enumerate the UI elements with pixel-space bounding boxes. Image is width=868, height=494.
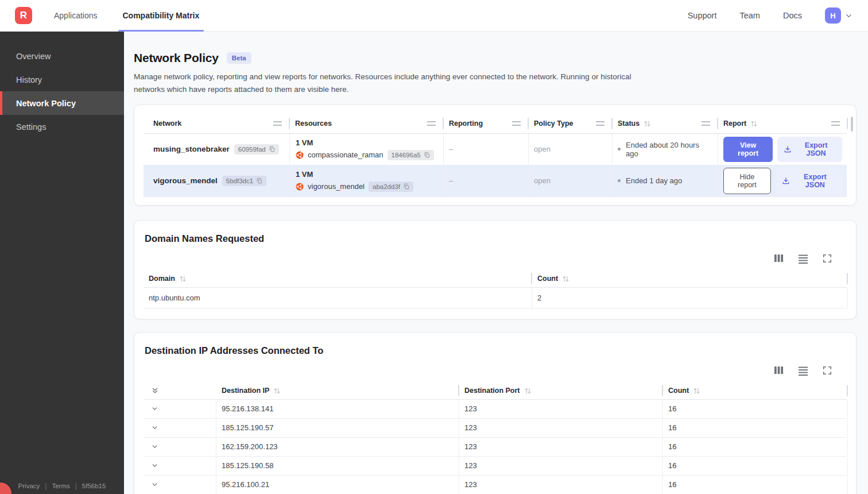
columns-icon[interactable] xyxy=(774,365,784,375)
chevron-down-icon[interactable] xyxy=(151,462,158,469)
table-toolbar xyxy=(144,365,832,376)
network-row[interactable]: musing_stonebraker 60959fad 1 VM compass… xyxy=(144,134,847,165)
column-label: Count xyxy=(668,387,689,395)
status-dot xyxy=(618,148,621,150)
column-header-network: Network xyxy=(144,119,290,128)
double-chevron-down-icon[interactable] xyxy=(151,387,159,395)
column-divider xyxy=(847,273,848,284)
drag-handle-icon[interactable] xyxy=(831,121,840,126)
sidebar-item-history[interactable]: History xyxy=(0,68,124,91)
link-docs[interactable]: Docs xyxy=(783,11,802,20)
export-json-button[interactable]: Export JSON xyxy=(777,137,842,162)
network-name: vigorous_mendel xyxy=(153,176,218,185)
rows-icon[interactable] xyxy=(798,253,808,264)
footer-divider: | xyxy=(75,482,77,490)
link-support[interactable]: Support xyxy=(688,11,717,20)
sort-icon[interactable] xyxy=(562,275,569,283)
sort-icon[interactable] xyxy=(693,387,700,395)
status-text: Ended about 20 hours ago xyxy=(626,141,712,158)
status-text: Ended 1 day ago xyxy=(626,176,682,185)
sort-icon[interactable] xyxy=(524,387,532,395)
drag-handle-icon[interactable] xyxy=(273,121,282,126)
sidebar-item-network-policy[interactable]: Network Policy xyxy=(0,91,124,115)
destination-port-value: 123 xyxy=(459,457,663,475)
column-header-reporting: Reporting xyxy=(444,119,529,128)
chevron-down-icon[interactable] xyxy=(151,405,158,412)
sort-icon[interactable] xyxy=(750,120,758,128)
main-content: Network Policy Beta Manage network polic… xyxy=(124,32,868,494)
chevron-down-icon[interactable] xyxy=(151,481,158,488)
columns-icon[interactable] xyxy=(774,253,784,263)
column-header-count: Count xyxy=(532,275,848,283)
link-team[interactable]: Team xyxy=(739,11,760,20)
column-label: Report xyxy=(723,119,746,128)
column-label: Network xyxy=(153,119,181,128)
sidebar-footer: Privacy | Terms | 5f56b15 xyxy=(0,482,124,490)
tab-applications[interactable]: Applications xyxy=(54,0,98,32)
scrollbar-thumb[interactable] xyxy=(851,117,853,132)
drag-handle-icon[interactable] xyxy=(427,121,436,126)
network-id-badge: 5bdf3dc1 xyxy=(222,176,266,186)
copy-icon[interactable] xyxy=(424,152,430,158)
drag-handle-icon[interactable] xyxy=(702,121,710,126)
column-label: Resources xyxy=(295,119,332,128)
rows-icon[interactable] xyxy=(798,365,808,376)
network-id: 5bdf3dc1 xyxy=(226,177,253,184)
destination-ips-card: Destination IP Addresses Connected To De… xyxy=(134,332,857,494)
card-title: Domain Names Requested xyxy=(145,233,847,244)
ubuntu-icon xyxy=(296,151,304,159)
privacy-link[interactable]: Privacy xyxy=(18,483,40,489)
column-header-report: Report xyxy=(718,119,848,128)
card-title: Destination IP Addresses Connected To xyxy=(145,345,847,356)
app-logo[interactable]: R xyxy=(15,7,32,24)
beta-badge: Beta xyxy=(227,52,251,64)
network-row[interactable]: vigorous_mendel 5bdf3dc1 1 VM vigorous_m… xyxy=(144,165,847,197)
reporting-value: – xyxy=(444,134,529,165)
table-toolbar xyxy=(144,253,832,264)
user-menu[interactable]: H xyxy=(825,7,853,24)
tab-compatibility-matrix[interactable]: Compatibility Matrix xyxy=(123,0,200,32)
chevron-down-icon[interactable] xyxy=(151,443,158,450)
destination-row: 95.216.100.21 123 16 xyxy=(144,476,847,494)
destination-table-header: Destination IP Destination Port Count xyxy=(144,383,847,400)
avatar[interactable]: H xyxy=(825,7,841,24)
sidebar: Overview History Network Policy Settings… xyxy=(0,32,124,494)
column-header-destination-ip: Destination IP xyxy=(216,387,459,395)
copy-icon[interactable] xyxy=(269,146,275,152)
column-label: Status xyxy=(618,119,640,128)
build-hash: 5f56b15 xyxy=(82,483,106,489)
top-bar-right: Support Team Docs H xyxy=(688,7,853,24)
sidebar-item-overview[interactable]: Overview xyxy=(0,44,124,68)
network-name: musing_stonebraker xyxy=(153,145,230,153)
column-label: Destination Port xyxy=(464,387,520,395)
column-header-status: Status xyxy=(613,119,718,128)
chevron-down-icon[interactable] xyxy=(151,424,158,431)
copy-icon[interactable] xyxy=(403,183,409,190)
column-label: Domain xyxy=(149,275,175,283)
fullscreen-icon[interactable] xyxy=(823,366,832,375)
drag-handle-icon[interactable] xyxy=(512,121,521,126)
networks-card: Network Resources Reporting Policy Type … xyxy=(134,105,857,206)
count-value: 16 xyxy=(663,400,848,418)
column-label: Destination IP xyxy=(222,387,269,395)
export-json-button[interactable]: Export JSON xyxy=(776,168,842,194)
hide-report-button[interactable]: Hide report xyxy=(723,168,771,194)
drag-handle-icon[interactable] xyxy=(596,121,604,126)
domain-value: ntp.ubuntu.com xyxy=(144,288,532,308)
column-divider xyxy=(847,118,848,129)
sort-icon[interactable] xyxy=(179,275,187,283)
status-dot xyxy=(618,179,621,182)
export-json-label: Export JSON xyxy=(796,141,836,157)
sidebar-item-settings[interactable]: Settings xyxy=(0,115,124,138)
networks-table-header: Network Resources Reporting Policy Type … xyxy=(144,114,847,134)
destination-port-value: 123 xyxy=(459,438,663,456)
fullscreen-icon[interactable] xyxy=(823,254,832,263)
copy-icon[interactable] xyxy=(256,177,262,184)
view-report-button[interactable]: View report xyxy=(723,137,773,162)
caret-down-icon[interactable] xyxy=(844,11,853,20)
column-header-resources: Resources xyxy=(290,119,444,128)
ubuntu-icon xyxy=(296,183,304,191)
terms-link[interactable]: Terms xyxy=(52,483,69,489)
sort-icon[interactable] xyxy=(644,120,651,128)
sort-icon[interactable] xyxy=(273,387,281,395)
